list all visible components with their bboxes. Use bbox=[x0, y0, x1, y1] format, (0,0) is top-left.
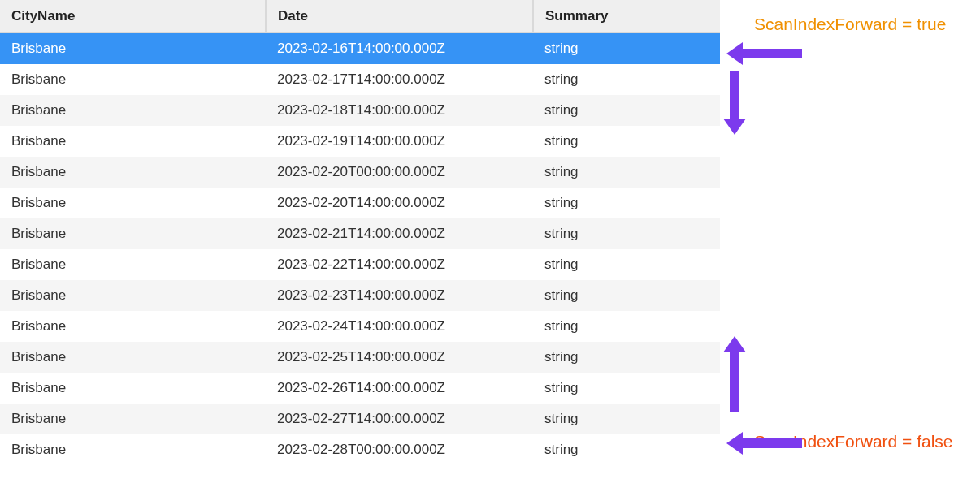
cell-date: 2023-02-22T14:00:00.000Z bbox=[266, 249, 533, 280]
cell-cityname: Brisbane bbox=[0, 64, 266, 95]
cell-cityname: Brisbane bbox=[0, 404, 266, 434]
cell-date: 2023-02-16T14:00:00.000Z bbox=[266, 33, 533, 65]
arrow-left-icon bbox=[741, 49, 802, 58]
cell-date: 2023-02-17T14:00:00.000Z bbox=[266, 64, 533, 95]
cell-cityname: Brisbane bbox=[0, 342, 266, 373]
cell-summary: string bbox=[533, 157, 720, 188]
cell-cityname: Brisbane bbox=[0, 218, 266, 249]
table-row[interactable]: Brisbane2023-02-25T14:00:00.000Zstring bbox=[0, 342, 720, 373]
table-header-row: CityName Date Summary bbox=[0, 0, 720, 33]
cell-summary: string bbox=[533, 434, 720, 465]
cell-cityname: Brisbane bbox=[0, 434, 266, 465]
table-row[interactable]: Brisbane2023-02-26T14:00:00.000Zstring bbox=[0, 373, 720, 404]
cell-cityname: Brisbane bbox=[0, 249, 266, 280]
table-row[interactable]: Brisbane2023-02-17T14:00:00.000Zstring bbox=[0, 64, 720, 95]
cell-date: 2023-02-26T14:00:00.000Z bbox=[266, 373, 533, 404]
cell-date: 2023-02-23T14:00:00.000Z bbox=[266, 280, 533, 311]
table-row[interactable]: Brisbane2023-02-24T14:00:00.000Zstring bbox=[0, 311, 720, 342]
table-row[interactable]: Brisbane2023-02-23T14:00:00.000Zstring bbox=[0, 280, 720, 311]
cell-cityname: Brisbane bbox=[0, 311, 266, 342]
table-row[interactable]: Brisbane2023-02-18T14:00:00.000Zstring bbox=[0, 95, 720, 126]
table-row[interactable]: Brisbane2023-02-21T14:00:00.000Zstring bbox=[0, 218, 720, 249]
cell-summary: string bbox=[533, 126, 720, 157]
cell-cityname: Brisbane bbox=[0, 157, 266, 188]
table-row[interactable]: Brisbane2023-02-27T14:00:00.000Zstring bbox=[0, 404, 720, 434]
cell-date: 2023-02-18T14:00:00.000Z bbox=[266, 95, 533, 126]
cell-summary: string bbox=[533, 33, 720, 65]
cell-cityname: Brisbane bbox=[0, 126, 266, 157]
cell-date: 2023-02-21T14:00:00.000Z bbox=[266, 218, 533, 249]
arrow-down-icon bbox=[730, 71, 739, 120]
cell-date: 2023-02-25T14:00:00.000Z bbox=[266, 342, 533, 373]
table-row[interactable]: Brisbane2023-02-20T00:00:00.000Zstring bbox=[0, 157, 720, 188]
cell-summary: string bbox=[533, 95, 720, 126]
column-header-summary[interactable]: Summary bbox=[533, 0, 720, 33]
cell-summary: string bbox=[533, 404, 720, 434]
cell-summary: string bbox=[533, 373, 720, 404]
column-header-cityname[interactable]: CityName bbox=[0, 0, 266, 33]
cell-summary: string bbox=[533, 218, 720, 249]
table-row[interactable]: Brisbane2023-02-28T00:00:00.000Zstring bbox=[0, 434, 720, 465]
cell-cityname: Brisbane bbox=[0, 188, 266, 218]
table-body: Brisbane2023-02-16T14:00:00.000ZstringBr… bbox=[0, 33, 720, 466]
cell-date: 2023-02-24T14:00:00.000Z bbox=[266, 311, 533, 342]
annotation-scanindex-true: ScanIndexForward = true bbox=[754, 15, 946, 34]
arrow-left-icon bbox=[741, 438, 802, 448]
arrow-up-icon bbox=[730, 351, 739, 412]
cell-cityname: Brisbane bbox=[0, 33, 266, 65]
cell-summary: string bbox=[533, 249, 720, 280]
cell-summary: string bbox=[533, 311, 720, 342]
table-row[interactable]: Brisbane2023-02-19T14:00:00.000Zstring bbox=[0, 126, 720, 157]
data-table: CityName Date Summary Brisbane2023-02-16… bbox=[0, 0, 720, 465]
cell-summary: string bbox=[533, 342, 720, 373]
cell-date: 2023-02-19T14:00:00.000Z bbox=[266, 126, 533, 157]
cell-cityname: Brisbane bbox=[0, 373, 266, 404]
table-row[interactable]: Brisbane2023-02-16T14:00:00.000Zstring bbox=[0, 33, 720, 65]
column-header-date[interactable]: Date bbox=[266, 0, 533, 33]
cell-summary: string bbox=[533, 64, 720, 95]
cell-date: 2023-02-20T00:00:00.000Z bbox=[266, 157, 533, 188]
cell-summary: string bbox=[533, 280, 720, 311]
cell-date: 2023-02-20T14:00:00.000Z bbox=[266, 188, 533, 218]
table-row[interactable]: Brisbane2023-02-22T14:00:00.000Zstring bbox=[0, 249, 720, 280]
table-row[interactable]: Brisbane2023-02-20T14:00:00.000Zstring bbox=[0, 188, 720, 218]
cell-date: 2023-02-28T00:00:00.000Z bbox=[266, 434, 533, 465]
cell-cityname: Brisbane bbox=[0, 280, 266, 311]
cell-summary: string bbox=[533, 188, 720, 218]
cell-cityname: Brisbane bbox=[0, 95, 266, 126]
cell-date: 2023-02-27T14:00:00.000Z bbox=[266, 404, 533, 434]
